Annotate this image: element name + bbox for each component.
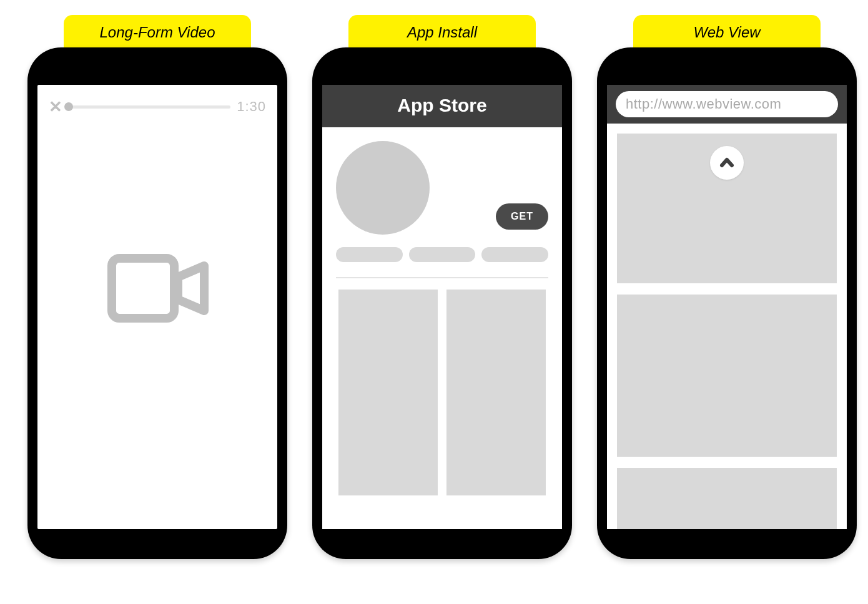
screen-app: App Store GET [322,85,562,529]
column-app-install: App Install App Store GET [312,15,572,559]
content-block [617,468,837,529]
divider [336,277,548,278]
scroll-up-button[interactable] [710,146,744,180]
svg-rect-0 [112,258,174,318]
phone-frame-app: App Store GET [312,47,572,559]
diagram-container: Long-Form Video ✕ 1:30 [0,0,868,574]
screenshot-placeholder [446,290,546,495]
phone-frame-video: ✕ 1:30 [27,47,287,559]
video-topbar: ✕ 1:30 [37,85,277,115]
video-progress-track[interactable] [69,105,230,109]
url-bar[interactable]: http://www.webview.com [616,91,838,117]
screenshot-placeholder [338,290,438,495]
video-progress-knob[interactable] [64,102,73,111]
browser-header: http://www.webview.com [607,85,847,124]
app-info-pills [336,247,548,262]
screen-video: ✕ 1:30 [37,85,277,529]
column-long-form-video: Long-Form Video ✕ 1:30 [27,15,287,559]
app-icon-placeholder [336,141,430,235]
get-button[interactable]: GET [496,203,548,230]
phone-frame-web: http://www.webview.com [597,47,857,559]
info-pill [409,247,476,262]
info-pill [336,247,403,262]
content-block [617,295,837,457]
info-pill [481,247,548,262]
chevron-up-icon [719,155,735,171]
screen-web: http://www.webview.com [607,85,847,529]
video-duration: 1:30 [237,99,266,115]
svg-marker-1 [178,266,204,311]
video-camera-icon [104,251,210,328]
close-icon[interactable]: ✕ [49,99,62,115]
app-top-row: GET [336,141,548,235]
app-store-body: GET [322,127,562,495]
web-content [607,124,847,529]
app-store-title: App Store [322,85,562,127]
column-web-view: Web View http://www.webview.com [597,15,857,559]
app-screenshots [336,290,548,495]
